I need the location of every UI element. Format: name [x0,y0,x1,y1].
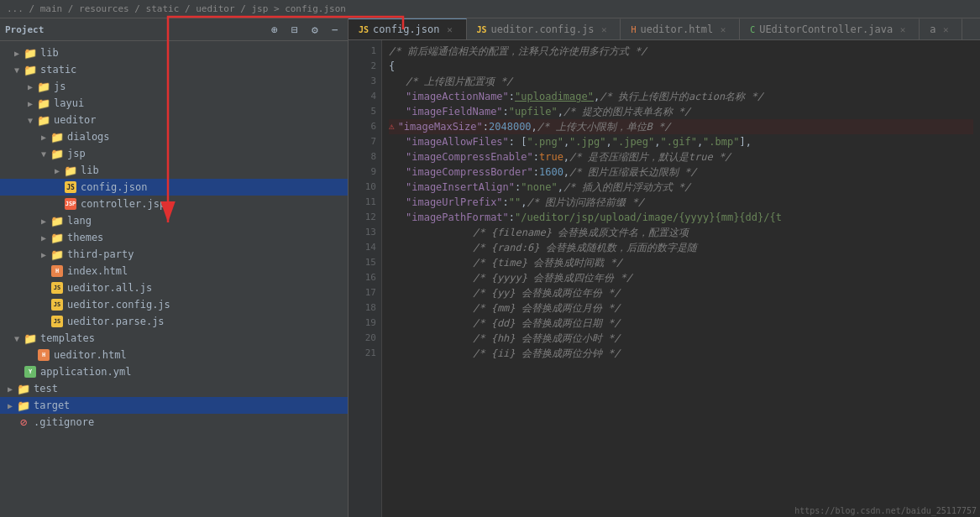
code-key: "imageCompressBorder" [406,164,533,180]
line-num-9: 9 [349,164,376,180]
code-colon: : [533,164,539,180]
gear-icon[interactable]: ⚙ [307,22,322,37]
split-icon[interactable]: ⊟ [287,22,302,37]
tab-extra[interactable]: a ✕ [920,18,962,39]
tree-label: ueditor.config.js [67,299,170,311]
code-comment: /* 是否压缩图片，默认是true */ [569,149,731,164]
tree-label: application.yml [40,366,131,378]
tab-close-html[interactable]: ✕ [717,24,729,35]
folder-icon: 📁 [50,147,64,160]
tree-item-templates[interactable]: ▼ 📁 templates [0,330,348,347]
tree-item-ueditor-config-js[interactable]: JS ueditor.config.js [0,296,348,313]
minus-icon[interactable]: − [328,22,343,37]
line-num-19: 19 [349,316,376,331]
tree-label: dialogs [67,131,110,143]
add-icon[interactable]: ⊕ [267,22,282,37]
tree-item-config-json[interactable]: JS config.json [0,179,348,196]
tree-item-gitignore[interactable]: ⊘ .gitignore [0,414,348,431]
tab-ueditor-html[interactable]: H ueditor.html ✕ [621,18,740,39]
code-line-14: /* {rand:6} 会替换成随机数，后面的数字是随 [389,240,973,255]
code-comment: /* {ii} 会替换成两位分钟 */ [473,346,620,361]
error-icon: ⚠ [389,120,395,134]
code-sep: , [605,134,611,149]
code-sep: , [697,134,703,149]
tree-item-ueditor[interactable]: ▼ 📁 ueditor [0,112,348,128]
code-line-19: /* {dd} 会替换成两位日期 */ [389,316,973,331]
line-num-12: 12 [349,210,376,225]
code-value: 2048000 [489,119,532,134]
code-line-6: ⚠ "imageMaxSize" : 2048000 , /* 上传大小限制，单… [389,119,973,134]
code-value: ".gif" [661,134,697,149]
tree-item-controller-jsp[interactable]: JSP controller.jsp [0,196,348,212]
tree-item-ueditor-all-js[interactable]: JS ueditor.all.js [0,279,348,296]
tab-close-ueditor[interactable]: ✕ [598,24,610,35]
tree-item-layui[interactable]: ▶ 📁 layui [0,95,348,112]
code-value: "uploadimage" [515,89,594,104]
line-num-1: 1 [349,44,376,59]
js-file-icon: JS [50,281,64,295]
code-key: "imageFieldName" [406,104,503,119]
tree-label: jsp [67,148,86,159]
folder-icon: 📁 [50,130,64,144]
tree-item-js[interactable]: ▶ 📁 js [0,78,348,95]
tab-ueditor-config-js[interactable]: JS ueditor.config.js ✕ [467,18,621,39]
code-key: "imageAllowFiles" [406,134,509,149]
tree-item-static[interactable]: ▼ 📁 static [0,61,348,78]
code-line-3: /* 上传图片配置项 */ [389,74,973,89]
code-value: "upfile" [509,104,558,119]
code-line-12: "imagePathFormat" : "/ueditor/jsp/upload… [389,210,973,225]
code-line-10: "imageInsertAlign" : "none" , /* 插入的图片浮动… [389,180,973,195]
code-comment: /* 图片压缩最长边限制 */ [569,164,696,180]
tree-label: lib [81,164,99,176]
yml-file-icon: Y [24,365,37,379]
code-comment: /* {rand:6} 会替换成随机数，后面的数字是随 [473,240,697,255]
code-line-2: { [389,59,973,74]
tree-arrow-third: ▶ [37,250,50,259]
tab-label: config.json [373,24,439,35]
sidebar: Project ⊕ ⊟ ⚙ − ▶ 📁 lib ▼ 📁 static [0,18,349,517]
tree-label: .gitignore [34,416,94,428]
line-num-16: 16 [349,270,376,285]
line-num-17: 17 [349,285,376,300]
html-file-icon2: H [37,348,50,362]
tree-item-dialogs[interactable]: ▶ 📁 dialogs [0,128,348,145]
tree-item-lang[interactable]: ▶ 📁 lang [0,212,348,229]
code-colon: : [509,89,515,104]
code-comment: /* {mm} 会替换成两位月份 */ [473,300,620,316]
tab-ueditorcontroller-java[interactable]: C UEditorController.java ✕ [740,18,920,39]
code-content[interactable]: /* 前后端通信相关的配置，注释只允许使用多行方式 */ { /* 上传图片配置… [382,40,980,517]
tree-item-test[interactable]: ▶ 📁 test [0,380,348,397]
tree-arrow-dialogs: ▶ [37,133,50,142]
code-colon: : [483,119,489,134]
tree-arrow-lib: ▶ [10,49,24,58]
tree-item-target[interactable]: ▶ 📁 target [0,397,348,414]
folder-icon: 📁 [50,248,64,261]
code-line-16: /* {yyyy} 会替换成四位年份 */ [389,270,973,285]
tab-label: UEditorController.java [759,24,893,35]
code-comma: , [594,89,600,104]
tree-item-lib[interactable]: ▶ 📁 lib [0,44,348,61]
tab-close-extra[interactable]: ✕ [940,24,951,35]
tab-config-json[interactable]: JS config.json ✕ [349,18,467,39]
code-key: "imagePathFormat" [406,210,509,225]
tree-label: ueditor.all.js [67,282,152,294]
code-comment: /* {time} 会替换成时间戳 */ [473,255,622,270]
tree-item-ueditor-html[interactable]: H ueditor.html [0,347,348,363]
tree-item-ueditor-parse-js[interactable]: JS ueditor.parse.js [0,313,348,330]
folder-icon: 📁 [24,332,37,345]
tree-item-application-yml[interactable]: Y application.yml [0,363,348,380]
tree-label: lang [67,215,92,227]
tree-arrow-templates: ▼ [10,334,24,343]
tree-item-index-html[interactable]: H index.html [0,263,348,279]
tree-item-third-party[interactable]: ▶ 📁 third-party [0,246,348,263]
tree-arrow-js: ▶ [24,82,37,91]
tree-item-lib2[interactable]: ▶ 📁 lib [0,162,348,179]
tab-icon-html: H [631,25,636,34]
tab-icon-java: C [750,25,755,34]
code-view: 1 2 3 4 5 6 7 8 9 10 11 12 13 14 15 16 1… [349,40,980,517]
tree-item-themes[interactable]: ▶ 📁 themes [0,229,348,246]
line-num-18: 18 [349,300,376,316]
tab-close-config[interactable]: ✕ [444,24,456,35]
tree-item-jsp[interactable]: ▼ 📁 jsp [0,145,348,162]
tab-close-java[interactable]: ✕ [897,24,909,35]
